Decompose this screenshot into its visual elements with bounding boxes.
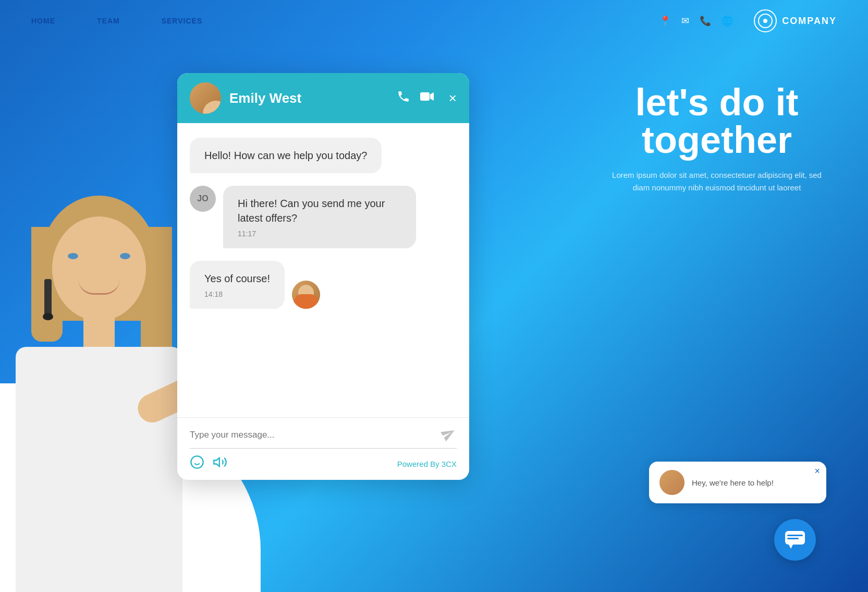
chat-input-area: Powered By 3CX [177,417,469,480]
company-logo: COMPANY [754,9,837,32]
agent-name: Emily West [229,90,388,106]
hero-title: let's do it together [607,83,826,159]
chat-footer: Powered By 3CX [190,449,457,476]
powered-by-label: Powered By 3CX [397,460,457,468]
svg-marker-3 [789,545,793,549]
user-avatar: JO [190,186,216,212]
hair-right [141,227,172,357]
hero-title-line2: together [642,119,792,161]
headset-mic [44,279,52,316]
location-icon[interactable]: 📍 [659,15,671,27]
left-eye [68,253,78,259]
nav-home[interactable]: HOME [31,17,55,25]
nav-links: HOME TEAM SERVICES [31,17,202,25]
agent-avatar-reply [292,281,320,309]
chat-popup-close-button[interactable]: × [814,466,820,477]
globe-icon[interactable]: 🌐 [722,15,733,27]
chat-close-button[interactable]: × [449,90,457,106]
nav-icons: 📍 ✉ 📞 🌐 COMPANY [659,9,837,32]
nav-team[interactable]: TEAM [97,17,120,25]
call-button[interactable] [397,90,410,106]
message-3: Yes of course! 14:18 [190,261,457,309]
chat-popup-small: × Hey, we're here to help! [649,462,826,503]
message-2-bubble: Hi there! Can you send me your latest of… [223,186,416,248]
send-button[interactable] [438,424,460,446]
person-face [52,216,146,321]
chat-bubble-icon [785,530,805,549]
headset-tip [43,313,53,320]
svg-rect-4 [420,92,430,101]
message-1: Hello! How can we help you today? [190,138,457,173]
hero-section: let's do it together Lorem ipsum dolor s… [607,83,826,194]
right-eye [120,253,130,259]
logo-inner [758,14,773,28]
message-3-text: Yes of course! [204,271,270,286]
logo-circle [754,9,777,32]
logo-dot [763,19,767,23]
hero-title-line1: let's do it [635,81,798,123]
message-input[interactable] [190,430,436,440]
user-initials: JO [197,194,208,203]
message-3-time: 14:18 [204,290,270,298]
person-illustration [16,175,182,592]
message-2-time: 11:17 [238,229,401,238]
message-1-text: Hello! How can we help you today? [204,150,367,161]
nav-services[interactable]: SERVICES [162,17,203,25]
agent-avatar [190,82,221,114]
email-icon[interactable]: ✉ [681,15,689,27]
message-1-bubble: Hello! How can we help you today? [190,138,382,173]
chat-window: Emily West × Hello! How can we help you … [177,73,469,480]
svg-marker-9 [214,458,219,466]
chat-messages: Hello! How can we help you today? JO Hi … [177,123,469,417]
audio-button[interactable] [213,455,227,473]
navbar: HOME TEAM SERVICES 📍 ✉ 📞 🌐 COMPANY [0,0,868,42]
header-actions: × [397,90,457,106]
phone-icon[interactable]: 📞 [700,15,711,27]
person-body [16,347,182,592]
message-2-text: Hi there! Can you send me your latest of… [238,196,401,225]
chat-popup-avatar [659,470,684,495]
chat-input-row [190,426,457,449]
svg-rect-1 [787,535,803,536]
hero-subtitle: Lorem ipsum dolor sit amet, consectetuer… [607,169,826,194]
video-button[interactable] [420,90,434,106]
emoji-button[interactable] [190,455,204,473]
company-name: COMPANY [782,16,837,27]
chat-header: Emily West × [177,73,469,123]
chat-bubble-button[interactable] [774,519,816,561]
chat-popup-message: Hey, we're here to help! [692,478,774,487]
popup-avatar-img [659,470,684,495]
message-2: JO Hi there! Can you send me your latest… [190,186,457,248]
svg-marker-5 [430,92,434,101]
message-3-bubble: Yes of course! 14:18 [190,261,285,309]
svg-point-6 [191,456,203,468]
footer-icons [190,455,227,473]
svg-rect-2 [787,538,799,539]
